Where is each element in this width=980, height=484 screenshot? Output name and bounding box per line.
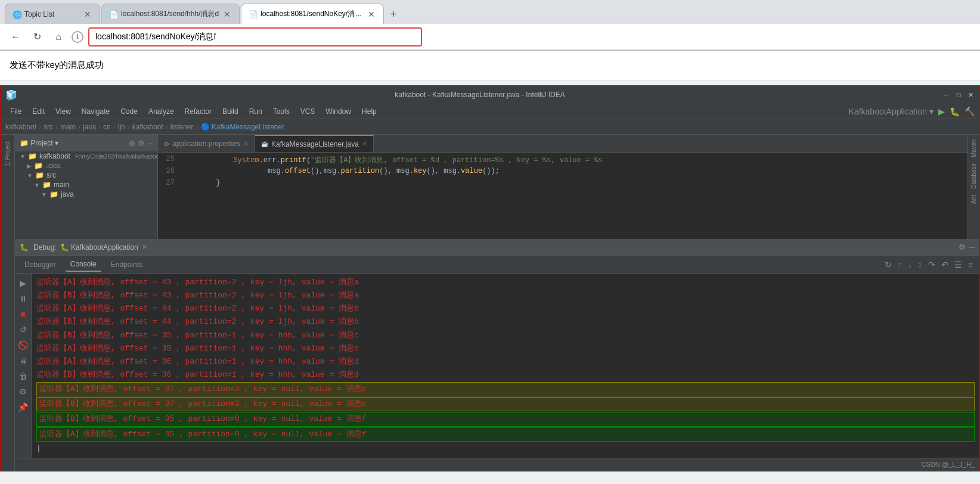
panel-add-icon[interactable]: ⊕ <box>129 139 135 148</box>
breadcrumb-ljh[interactable]: ljh <box>118 123 125 131</box>
debug-toolbar: ↻ ↑ ↓ ↕ ↷ ↶ ☰ ≡ <box>883 259 975 271</box>
tree-root[interactable]: ▼ 📁 kafkaboot F:\myCode2024\kafka\kafkab… <box>15 151 157 161</box>
console-pause-icon[interactable]: ⏸ <box>18 293 29 305</box>
debug-settings-icon[interactable]: ⚙ <box>959 243 966 252</box>
toolbar-down-icon[interactable]: ↓ <box>906 259 914 271</box>
menu-vcs[interactable]: VCS <box>296 106 320 117</box>
run-config-dropdown[interactable]: KafkabootApplication ▾ <box>849 107 934 116</box>
debug-section: 🐛 Debug: 🐛 KafkabootApplication ✕ ⚙ ─ De… <box>15 239 979 471</box>
ide-top-section: 📁 Project ▾ ⊕ ⚙ ─ ▼ 📁 kafkaboot F:\myCo <box>15 135 979 239</box>
home-button[interactable]: ⌂ <box>50 29 67 45</box>
tree-src[interactable]: ▼ 📁 src <box>15 170 157 180</box>
database-label[interactable]: Database <box>969 161 978 191</box>
toolbar-step-icon[interactable]: ↷ <box>926 259 937 271</box>
breadcrumb-src[interactable]: src <box>44 123 53 131</box>
tree-idea[interactable]: ▶ 📁 .idea <box>15 161 157 170</box>
debug-tab-console[interactable]: Console <box>66 257 101 272</box>
menu-analyze[interactable]: Analyze <box>144 106 179 117</box>
ide-center: 📁 Project ▾ ⊕ ⚙ ─ ▼ 📁 kafkaboot F:\myCo <box>15 135 979 471</box>
browser-chrome: 🌐 Topic List ✕ 📄 localhost:8081/send/hhh… <box>0 0 980 51</box>
breadcrumb-kafkaboot[interactable]: kafkaboot <box>5 123 36 131</box>
menu-run[interactable]: Run <box>244 106 267 117</box>
breadcrumb-listener[interactable]: listener <box>170 123 194 131</box>
breadcrumb-cn[interactable]: cn <box>103 123 111 131</box>
console-print-icon[interactable]: 🖨 <box>18 355 29 367</box>
console-stop-icon[interactable]: ■ <box>19 308 26 320</box>
debug-minimize-icon[interactable]: ─ <box>969 243 975 252</box>
maximize-button[interactable]: □ <box>954 91 963 99</box>
maven-label[interactable]: Maven <box>969 137 978 160</box>
console-rerun-icon[interactable]: ↺ <box>18 324 28 336</box>
console-settings-icon[interactable]: ⚙ <box>18 386 28 398</box>
console-pin-icon[interactable]: 📌 <box>17 401 29 413</box>
address-bar[interactable] <box>88 27 422 46</box>
back-button[interactable]: ← <box>7 29 24 45</box>
build-button[interactable]: 🔨 <box>965 107 975 116</box>
breadcrumb-main[interactable]: main <box>60 123 76 131</box>
tab-send-no-key[interactable]: 📄 localhost:8081/sendNoKey/消息f ✕ <box>241 4 384 24</box>
menu-tools[interactable]: Tools <box>268 106 294 117</box>
toolbar-step-out-icon[interactable]: ↕ <box>916 259 924 271</box>
menu-navigate[interactable]: Navigate <box>77 106 114 117</box>
ant-label[interactable]: Ant <box>969 193 978 206</box>
breadcrumb-kafkaboot2[interactable]: kafkaboot <box>132 123 163 131</box>
menu-window[interactable]: Window <box>321 106 356 117</box>
refresh-button[interactable]: ↻ <box>29 29 45 45</box>
new-tab-button[interactable]: + <box>385 6 402 23</box>
close-button[interactable]: ✕ <box>966 91 975 99</box>
console-clear-icon[interactable]: 🚫 <box>17 339 29 351</box>
tab2-title: localhost:8081/send/hhh/消息d <box>121 9 219 19</box>
toolbar-step-into-icon[interactable]: ↶ <box>939 259 950 271</box>
menu-view[interactable]: View <box>51 106 76 117</box>
project-panel: 📁 Project ▾ ⊕ ⚙ ─ ▼ 📁 kafkaboot F:\myCo <box>15 135 158 239</box>
run-button[interactable]: ▶ <box>938 107 945 116</box>
breadcrumb-class[interactable]: 🔵 KafkaMessageListener <box>201 123 284 131</box>
debug-run-button[interactable]: 🐛 <box>950 107 960 116</box>
tab-send-hhh[interactable]: 📄 localhost:8081/send/hhh/消息d ✕ <box>101 4 240 24</box>
menu-help[interactable]: Help <box>357 106 382 117</box>
minimize-button[interactable]: ─ <box>942 91 951 99</box>
tab2-close[interactable]: ✕ <box>222 10 232 19</box>
console-line-7: 监听器【A】收到消息, offset = 36 , partition=1 , … <box>36 355 975 368</box>
tab-app-properties[interactable]: ⚙ application.properties ✕ <box>158 135 255 152</box>
right-sidebar: Maven Database Ant <box>967 135 979 239</box>
line-num-25: 25 <box>163 155 182 163</box>
console-delete-icon[interactable]: 🗑 <box>18 370 29 382</box>
console-resume-icon[interactable]: ▶ <box>18 277 27 289</box>
tab1-close[interactable]: ✕ <box>83 10 92 19</box>
console-line-10: 监听器【B】收到消息, offset = 37 , partition=3 , … <box>36 397 975 411</box>
menu-code[interactable]: Code <box>116 106 142 117</box>
ide-body: 1: Project 📁 Project ▾ ⊕ ⚙ ─ <box>1 135 979 471</box>
toolbar-vars-icon[interactable]: ≡ <box>966 259 975 271</box>
tab3-close[interactable]: ✕ <box>367 10 376 19</box>
panel-settings-icon[interactable]: ⚙ <box>138 139 145 148</box>
debug-tab-endpoints[interactable]: Endpoints <box>106 258 147 271</box>
toolbar-reload-icon[interactable]: ↻ <box>883 259 894 271</box>
tree-java[interactable]: ▼ 📁 java <box>15 190 157 199</box>
tree-main[interactable]: ▼ 📁 main <box>15 180 157 190</box>
sidebar-project-icon[interactable]: 1: Project <box>2 139 13 168</box>
debug-tab-debugger[interactable]: Debugger <box>20 258 61 271</box>
menu-file[interactable]: File <box>5 106 26 117</box>
toolbar-frames-icon[interactable]: ☰ <box>953 259 964 271</box>
debug-tab-close[interactable]: ✕ <box>142 243 147 251</box>
console-line-5: 监听器【B】收到消息, offset = 35 , partition=1 , … <box>36 329 975 342</box>
idea-breadcrumb: kafkaboot › src › main › java › cn › ljh… <box>1 119 979 135</box>
toolbar-up-icon[interactable]: ↑ <box>896 259 904 271</box>
tab1-title: Topic List <box>24 10 79 18</box>
panel-close-icon[interactable]: ─ <box>147 139 153 148</box>
window-controls: ─ □ ✕ <box>942 91 975 99</box>
console-line-9: 监听器【A】收到消息, offset = 37 , partition=3 , … <box>36 382 975 396</box>
menu-build[interactable]: Build <box>218 106 243 117</box>
tab-kafka-listener[interactable]: ☕ KafkaMessageListener.java ✕ <box>255 135 374 152</box>
menu-edit[interactable]: Edit <box>27 106 49 117</box>
menu-refactor[interactable]: Refactor <box>180 106 216 117</box>
project-panel-header: 📁 Project ▾ ⊕ ⚙ ─ <box>15 135 157 151</box>
debug-session-name[interactable]: 🐛 KafkabootApplication <box>60 243 138 252</box>
close-app-props-tab[interactable]: ✕ <box>243 140 249 148</box>
close-kafka-listener-tab[interactable]: ✕ <box>362 140 367 148</box>
tab-topic-list[interactable]: 🌐 Topic List ✕ <box>5 4 100 24</box>
editor-content: 25 System.err.printf("监听器【A】收到消息, offset… <box>158 153 967 239</box>
breadcrumb-java[interactable]: java <box>83 123 96 131</box>
code-line-27: 27 } <box>158 179 967 191</box>
